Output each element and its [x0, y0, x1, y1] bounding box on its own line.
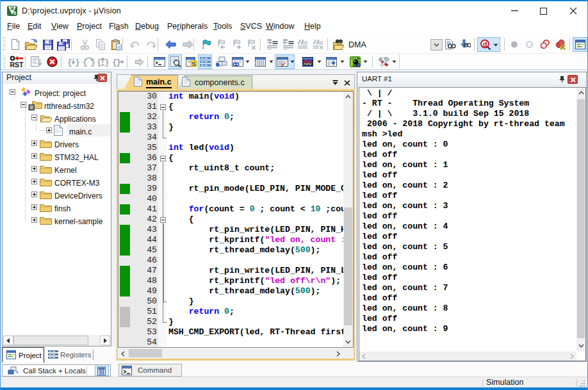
svg-text:{: {	[67, 58, 72, 67]
svg-text:}: }	[104, 58, 109, 67]
svg-text:}: }	[116, 58, 121, 67]
svg-text:}: }	[75, 58, 79, 67]
svg-text:d: d	[483, 40, 487, 48]
svg-text:S: S	[192, 60, 195, 67]
svg-text:RST: RST	[10, 61, 24, 69]
svg-text:{: {	[97, 58, 102, 67]
svg-text:5: 5	[13, 10, 17, 16]
